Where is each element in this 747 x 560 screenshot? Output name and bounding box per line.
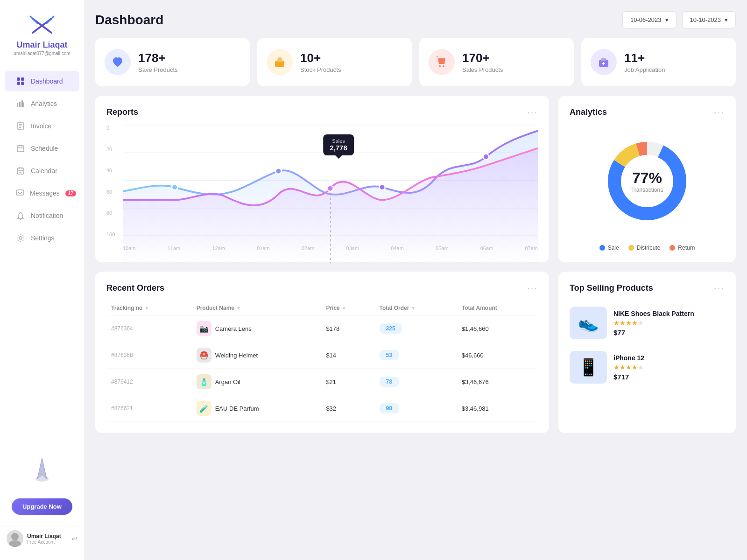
- date-to-value: 10-10-2023: [690, 16, 721, 23]
- avatar: [7, 530, 23, 547]
- star-filled-icon: ★: [626, 319, 632, 327]
- total-order-cell: 78: [375, 369, 457, 395]
- legend-distribute-label: Distribute: [637, 245, 661, 251]
- reports-title: Reports: [106, 107, 138, 117]
- svg-point-32: [35, 476, 49, 482]
- chart-x-labels: 10am 11am 12am 01am 02am 03am 04am 05am …: [123, 245, 538, 251]
- star-filled-icon: ★: [632, 364, 638, 371]
- analytics-icon: [16, 99, 25, 108]
- total-amount-cell: $46,660: [457, 342, 538, 369]
- page-title: Dashboard: [95, 13, 163, 28]
- reports-menu-icon[interactable]: ···: [527, 107, 538, 118]
- main-content: Dashboard 10-06-2023 ▾ 10-10-2023 ▾ 178+…: [84, 0, 747, 560]
- col-price: Price ▼: [321, 301, 374, 315]
- messages-badge: 17: [65, 190, 76, 196]
- filter-icon: ▼: [144, 306, 149, 311]
- total-amount-cell: $3,46,676: [457, 369, 538, 395]
- sidebar-item-calendar[interactable]: Calendar: [5, 161, 79, 181]
- sidebar-item-label: Analytics: [31, 100, 57, 107]
- sidebar-item-label: Notification: [31, 212, 63, 219]
- profile-info: Umair Liaqat Free Account: [27, 533, 68, 545]
- order-badge: 325: [380, 323, 402, 334]
- svg-point-38: [439, 65, 441, 67]
- date-from-button[interactable]: 10-06-2023 ▾: [622, 11, 677, 28]
- sidebar-item-label: Invoice: [31, 122, 51, 130]
- filter-icon: ▼: [236, 306, 241, 311]
- stats-row: 178+ Save Products 10+ Stock Products 17…: [95, 38, 736, 86]
- sidebar-item-analytics[interactable]: Analytics: [5, 93, 79, 114]
- tracking-number: #876368: [106, 342, 192, 369]
- sidebar-item-label: Schedule: [31, 145, 58, 152]
- stat-number: 11+: [624, 51, 665, 65]
- product-name: Welding Helmet: [215, 352, 258, 359]
- stat-number: 170+: [462, 51, 503, 65]
- orders-title: Recent Orders: [106, 283, 164, 293]
- reports-card-header: Reports ···: [106, 107, 538, 118]
- analytics-title: Analytics: [570, 107, 607, 117]
- stat-label: Sales Products: [462, 66, 503, 73]
- svg-rect-37: [278, 57, 282, 60]
- svg-point-29: [19, 237, 22, 239]
- sidebar-item-dashboard[interactable]: Dashboard: [5, 71, 79, 91]
- svg-rect-27: [16, 190, 24, 195]
- top-selling-card: Top Selling Products ··· 👟 NIKE Shoes Bl…: [558, 272, 736, 433]
- product-item: 👟 NIKE Shoes Black Pattern ★★★★★ $77: [570, 301, 725, 345]
- profile-name: Umair Liaqat: [27, 533, 68, 539]
- product-thumb: 🧪: [197, 401, 211, 416]
- upgrade-button[interactable]: Upgrade Now: [12, 498, 72, 515]
- donut-percent: 77%: [631, 169, 663, 187]
- top-selling-menu-icon[interactable]: ···: [714, 283, 725, 294]
- notification-icon: [16, 211, 25, 220]
- table-row: #876621 🧪 EAU DE Parfum $32 98 $3,46,981: [106, 395, 538, 422]
- return-dot: [669, 245, 675, 251]
- svg-point-26: [21, 172, 22, 173]
- sidebar-item-label: Messages: [30, 189, 60, 197]
- bottom-row: Recent Orders ··· Tracking no ▼ Product …: [95, 272, 736, 433]
- sidebar-item-invoice[interactable]: Invoice: [5, 116, 79, 136]
- svg-rect-5: [21, 77, 24, 81]
- product-name-cell: 🧴 Argan Oil: [192, 369, 322, 395]
- price-cell: $21: [321, 369, 374, 395]
- reports-chart: 100 80 60 40 20 0: [106, 125, 538, 251]
- sidebar-item-schedule[interactable]: Schedule: [5, 138, 79, 159]
- date-to-button[interactable]: 10-10-2023 ▾: [682, 11, 736, 28]
- stat-card-sales-products: 170+ Sales Products: [419, 38, 574, 86]
- product-name-cell: ⛑️ Welding Helmet: [192, 342, 322, 369]
- tracking-number: #876412: [106, 369, 192, 395]
- sidebar-item-notification[interactable]: Notification: [5, 205, 79, 226]
- col-product-name: Product Name ▼: [192, 301, 322, 315]
- product-price: $717: [613, 373, 725, 381]
- legend-return-label: Return: [678, 245, 695, 251]
- svg-point-39: [443, 65, 444, 67]
- svg-point-51: [275, 168, 281, 174]
- logout-icon[interactable]: ↩: [71, 534, 78, 543]
- svg-point-24: [19, 172, 20, 173]
- col-total-amount: Total Amount: [457, 301, 538, 315]
- stat-label: Job Application: [624, 66, 665, 73]
- date-filters: 10-06-2023 ▾ 10-10-2023 ▾: [622, 11, 736, 28]
- orders-menu-icon[interactable]: ···: [527, 283, 538, 294]
- analytics-menu-icon[interactable]: ···: [714, 107, 725, 118]
- filter-icon: ▼: [411, 306, 416, 311]
- profile-role: Free Account: [27, 539, 68, 545]
- total-order-cell: 325: [375, 315, 457, 342]
- top-selling-card-header: Top Selling Products ···: [570, 283, 725, 294]
- product-rating: ★★★★★: [613, 319, 725, 327]
- product-name-cell: 🧪 EAU DE Parfum: [192, 395, 322, 422]
- col-total-order: Total Order ▼: [375, 301, 457, 315]
- table-row: #876368 ⛑️ Welding Helmet $14 53 $46,660: [106, 342, 538, 369]
- total-amount-cell: $3,46,981: [457, 395, 538, 422]
- star-filled-icon: ★: [613, 319, 620, 327]
- date-from-value: 10-06-2023: [630, 16, 662, 23]
- tracking-number: #876364: [106, 315, 192, 342]
- chart-y-labels: 100 80 60 40 20 0: [106, 125, 120, 237]
- job-application-icon: [591, 49, 617, 75]
- sidebar-item-settings[interactable]: Settings: [5, 228, 79, 248]
- svg-line-3: [47, 16, 54, 23]
- sidebar-item-messages[interactable]: Messages 17: [5, 183, 79, 203]
- svg-point-25: [20, 172, 21, 173]
- invoice-icon: [16, 121, 25, 131]
- order-badge: 53: [380, 350, 399, 360]
- star-filled-icon: ★: [620, 364, 626, 371]
- product-name: Argan Oil: [215, 378, 240, 385]
